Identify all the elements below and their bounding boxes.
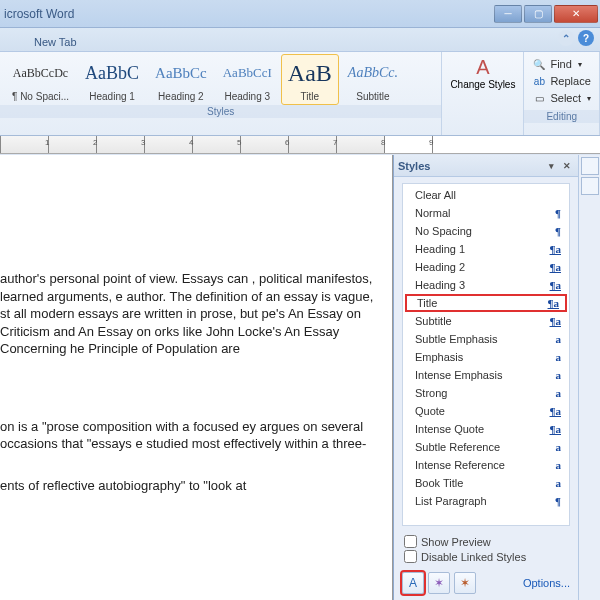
style-list-item[interactable]: Quote¶a xyxy=(405,402,567,420)
titlebar: icrosoft Word ─ ▢ ✕ xyxy=(0,0,600,28)
style-list-item[interactable]: Heading 1¶a xyxy=(405,240,567,258)
replace-button[interactable]: abReplace xyxy=(530,73,593,89)
style-list-item[interactable]: Title¶a xyxy=(405,294,567,312)
tab-new[interactable]: New Tab xyxy=(24,33,87,51)
styles-pane: Styles ▾ ✕ Clear AllNormal¶No Spacing¶He… xyxy=(393,155,578,600)
document-paragraph: author's personal point of view. Essays … xyxy=(0,270,380,358)
find-button[interactable]: 🔍Find▾ xyxy=(530,56,593,72)
style-gallery-item[interactable]: AaBbCcDc¶ No Spaci... xyxy=(5,54,76,105)
style-list-item[interactable]: Subtitle¶a xyxy=(405,312,567,330)
style-list-item[interactable]: Intense Quote¶a xyxy=(405,420,567,438)
style-list-item[interactable]: Intense Emphasisa xyxy=(405,366,567,384)
styles-pane-title: Styles xyxy=(398,160,430,172)
style-gallery-item[interactable]: AaBbCcHeading 2 xyxy=(148,54,214,105)
change-styles-button[interactable]: A Change Styles xyxy=(442,52,523,94)
change-styles-icon: A xyxy=(476,56,489,79)
style-list-item[interactable]: Book Titlea xyxy=(405,474,567,492)
minimize-button[interactable]: ─ xyxy=(494,5,522,23)
style-list-item[interactable]: Normal¶ xyxy=(405,204,567,222)
style-list-item[interactable]: Clear All xyxy=(405,186,567,204)
select-icon: ▭ xyxy=(532,91,546,105)
styles-group-label: Styles xyxy=(0,105,441,118)
close-button[interactable]: ✕ xyxy=(554,5,598,23)
select-button[interactable]: ▭Select▾ xyxy=(530,90,593,106)
new-style-button[interactable]: A xyxy=(402,572,424,594)
style-list-item[interactable]: Heading 2¶a xyxy=(405,258,567,276)
help-icon[interactable]: ? xyxy=(578,30,594,46)
style-gallery-item[interactable]: AaBbCcIHeading 3 xyxy=(216,54,279,105)
pane-dropdown-button[interactable]: ▾ xyxy=(544,159,558,173)
style-list-item[interactable]: List Paragraph¶ xyxy=(405,492,567,510)
style-gallery-item[interactable]: AaBbCHeading 1 xyxy=(78,54,146,105)
document-paragraph: ents of reflective autobiography" to "lo… xyxy=(0,477,380,495)
replace-icon: ab xyxy=(532,74,546,88)
window-title: icrosoft Word xyxy=(0,7,74,21)
document-page[interactable]: author's personal point of view. Essays … xyxy=(0,155,393,600)
style-gallery-item[interactable]: AaBTitle xyxy=(281,54,339,105)
collapsed-pane-button[interactable] xyxy=(581,157,599,175)
style-inspector-button[interactable]: ✶ xyxy=(428,572,450,594)
style-list-item[interactable]: Subtle Referencea xyxy=(405,438,567,456)
style-list-item[interactable]: Subtle Emphasisa xyxy=(405,330,567,348)
style-list-item[interactable]: No Spacing¶ xyxy=(405,222,567,240)
document-paragraph: on is a "prose composition with a focuse… xyxy=(0,418,380,453)
right-collapsed-pane xyxy=(578,155,600,600)
style-list-item[interactable]: Heading 3¶a xyxy=(405,276,567,294)
collapsed-pane-button[interactable] xyxy=(581,177,599,195)
ribbon-tabs: New Tab ⌃ ? xyxy=(0,28,600,52)
disable-linked-checkbox[interactable]: Disable Linked Styles xyxy=(404,549,568,564)
show-preview-checkbox[interactable]: Show Preview xyxy=(404,534,568,549)
options-link[interactable]: Options... xyxy=(523,577,570,589)
style-list-item[interactable]: Intense Referencea xyxy=(405,456,567,474)
editing-group-label: Editing xyxy=(524,110,599,123)
styles-gallery[interactable]: AaBbCcDc¶ No Spaci...AaBbCHeading 1AaBbC… xyxy=(0,52,441,105)
minimize-ribbon-icon[interactable]: ⌃ xyxy=(558,30,574,46)
styles-list[interactable]: Clear AllNormal¶No Spacing¶Heading 1¶aHe… xyxy=(402,183,570,526)
ribbon: AaBbCcDc¶ No Spaci...AaBbCHeading 1AaBbC… xyxy=(0,52,600,136)
maximize-button[interactable]: ▢ xyxy=(524,5,552,23)
ruler[interactable]: 123456789 xyxy=(0,136,600,154)
style-list-item[interactable]: Stronga xyxy=(405,384,567,402)
manage-styles-button[interactable]: ✶ xyxy=(454,572,476,594)
style-list-item[interactable]: Emphasisa xyxy=(405,348,567,366)
pane-close-button[interactable]: ✕ xyxy=(560,159,574,173)
find-icon: 🔍 xyxy=(532,57,546,71)
style-gallery-item[interactable]: AaBbCc.Subtitle xyxy=(341,54,405,105)
